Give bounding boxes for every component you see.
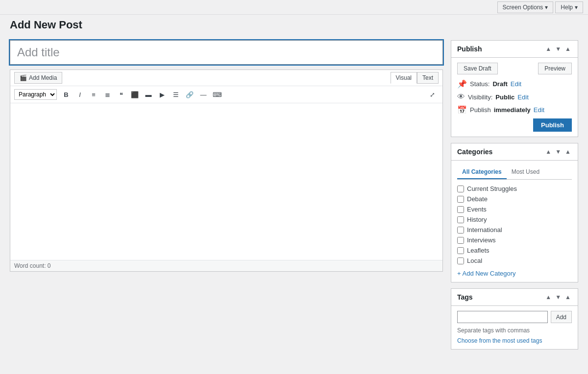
category-checkbox-current-struggles[interactable] xyxy=(457,186,464,192)
paragraph-format-select[interactable]: Paragraph xyxy=(14,89,57,100)
bold-button[interactable]: B xyxy=(60,88,73,101)
add-new-category-link[interactable]: + Add New Category xyxy=(457,270,516,277)
page-header: Add New Post xyxy=(0,15,588,35)
align-left-button[interactable]: ⬛ xyxy=(128,88,141,101)
help-button[interactable]: Help ▾ xyxy=(555,1,583,13)
publish-header-icons: ▲ ▼ ▲ xyxy=(544,45,572,53)
post-title-input[interactable] xyxy=(10,40,443,65)
add-media-icon: 🎬 xyxy=(20,74,27,81)
tab-text[interactable]: Text xyxy=(417,72,439,84)
list-item: Local xyxy=(457,256,572,266)
publish-collapse-down-button[interactable]: ▼ xyxy=(554,45,562,53)
visibility-icon: 👁 xyxy=(457,93,465,101)
editor-panel: 🎬 Add Media Visual Text Paragraph B I ≡ … xyxy=(10,70,443,272)
tags-box-body: Add Separate tags with commas Choose fro… xyxy=(451,306,578,349)
list-item: History xyxy=(457,214,572,225)
publish-box-title: Publish xyxy=(457,45,544,53)
screen-options-chevron: ▾ xyxy=(545,4,548,11)
category-label: International xyxy=(467,226,502,234)
add-tag-button[interactable]: Add xyxy=(551,311,572,323)
publish-meta: 📌 Status: Draft Edit 👁 Visibility: Publi… xyxy=(457,79,572,115)
tags-box-header: Tags ▲ ▼ ▲ xyxy=(451,289,578,306)
visibility-value: Public xyxy=(495,94,514,101)
italic-button[interactable]: I xyxy=(74,88,86,101)
calendar-icon: 📅 xyxy=(457,105,467,115)
ordered-list-button[interactable]: ≣ xyxy=(101,88,114,101)
add-media-button[interactable]: 🎬 Add Media xyxy=(14,72,62,84)
editor-content[interactable] xyxy=(10,103,442,260)
publish-box: Publish ▲ ▼ ▲ Save Draft Preview 📌 Statu… xyxy=(451,40,578,137)
fullscreen-button[interactable]: ⤢ xyxy=(426,88,439,101)
word-count: Word count: 0 xyxy=(14,262,50,269)
preview-button[interactable]: Preview xyxy=(538,63,572,74)
categories-tabs: All Categories Most Used xyxy=(457,165,572,180)
categories-box: Categories ▲ ▼ ▲ All Categories Most Use… xyxy=(451,143,578,282)
visibility-label: Visibility: xyxy=(468,94,492,101)
category-checkbox-events[interactable] xyxy=(457,206,464,213)
status-label: Status: xyxy=(470,80,490,88)
category-label: Interviews xyxy=(467,236,496,244)
blockquote-button[interactable]: ❝ xyxy=(115,88,127,101)
tab-visual[interactable]: Visual xyxy=(391,72,417,84)
categories-box-header: Categories ▲ ▼ ▲ xyxy=(451,143,578,161)
align-center-button[interactable]: ▬ xyxy=(142,88,155,101)
list-item: Events xyxy=(457,204,572,214)
top-bar: Screen Options ▾ Help ▾ xyxy=(0,0,588,15)
category-label: Local xyxy=(467,257,482,264)
tags-help-text: Separate tags with commas xyxy=(457,327,572,334)
categories-minimize-button[interactable]: ▲ xyxy=(564,147,572,156)
category-checkbox-debate[interactable] xyxy=(457,196,464,203)
categories-box-title: Categories xyxy=(457,148,544,156)
toolbar-toggle-button[interactable]: ⌨ xyxy=(211,88,223,101)
align-justify-button[interactable]: ☰ xyxy=(170,88,182,101)
tags-collapse-down-button[interactable]: ▼ xyxy=(554,293,562,302)
categories-box-body: All Categories Most Used Current Struggl… xyxy=(451,161,578,282)
publish-status-row: 📌 Status: Draft Edit xyxy=(457,79,572,89)
tab-all-categories[interactable]: All Categories xyxy=(457,165,507,179)
category-checkbox-history[interactable] xyxy=(457,216,464,223)
publish-collapse-up-button[interactable]: ▲ xyxy=(544,45,552,53)
category-label: Events xyxy=(467,206,487,213)
list-item: International xyxy=(457,225,572,235)
publish-button[interactable]: Publish xyxy=(533,118,572,132)
publish-minimize-button[interactable]: ▲ xyxy=(564,45,572,53)
status-edit-link[interactable]: Edit xyxy=(511,80,521,88)
list-item: Debate xyxy=(457,194,572,204)
tags-most-used-link[interactable]: Choose from the most used tags xyxy=(457,337,542,344)
tags-minimize-button[interactable]: ▲ xyxy=(564,293,572,302)
format-toolbar: Paragraph B I ≡ ≣ ❝ ⬛ ▬ ▶ ☰ 🔗 — ⌨ ⤢ xyxy=(10,86,442,103)
more-button[interactable]: — xyxy=(197,88,210,101)
tags-input-row: Add xyxy=(457,311,572,323)
unordered-list-button[interactable]: ≡ xyxy=(87,88,100,101)
publish-action-row: Save Draft Preview xyxy=(457,63,572,74)
status-value: Draft xyxy=(492,80,507,88)
category-label: Debate xyxy=(467,195,488,203)
publish-time-edit-link[interactable]: Edit xyxy=(534,106,544,114)
save-draft-button[interactable]: Save Draft xyxy=(457,63,498,74)
editor-area: 🎬 Add Media Visual Text Paragraph B I ≡ … xyxy=(10,40,443,350)
add-media-label: Add Media xyxy=(29,74,57,81)
align-right-button[interactable]: ▶ xyxy=(156,88,169,101)
category-checkbox-interviews[interactable] xyxy=(457,237,464,244)
help-chevron: ▾ xyxy=(575,4,578,11)
tags-collapse-up-button[interactable]: ▲ xyxy=(544,293,552,302)
page-title: Add New Post xyxy=(10,19,578,31)
view-tabs: Visual Text xyxy=(391,72,439,84)
category-label: Leaflets xyxy=(467,247,490,254)
categories-header-icons: ▲ ▼ ▲ xyxy=(544,147,572,156)
tab-most-used[interactable]: Most Used xyxy=(507,165,544,179)
screen-options-button[interactable]: Screen Options ▾ xyxy=(497,1,554,13)
help-label: Help xyxy=(561,4,573,11)
category-checkbox-local[interactable] xyxy=(457,257,464,264)
category-checkbox-leaflets[interactable] xyxy=(457,247,464,254)
editor-footer: Word count: 0 xyxy=(10,260,442,271)
tags-box-title: Tags xyxy=(457,293,544,301)
main-layout: 🎬 Add Media Visual Text Paragraph B I ≡ … xyxy=(0,35,588,354)
category-label: History xyxy=(467,216,487,223)
link-button[interactable]: 🔗 xyxy=(183,88,196,101)
categories-collapse-up-button[interactable]: ▲ xyxy=(544,147,552,156)
tags-input[interactable] xyxy=(457,311,548,323)
visibility-edit-link[interactable]: Edit xyxy=(517,94,528,101)
category-checkbox-international[interactable] xyxy=(457,227,464,234)
categories-collapse-down-button[interactable]: ▼ xyxy=(554,147,562,156)
